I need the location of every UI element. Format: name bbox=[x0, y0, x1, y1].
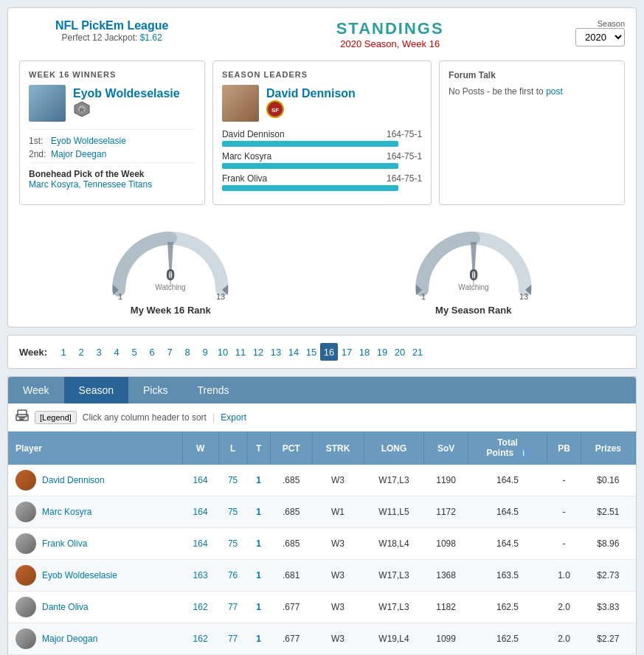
cell-l: 77 bbox=[218, 623, 247, 655]
cell-l: 75 bbox=[218, 496, 247, 528]
leader-bar bbox=[222, 163, 398, 169]
export-button[interactable]: Export bbox=[221, 412, 246, 423]
player-avatar bbox=[15, 533, 36, 554]
week-button-13[interactable]: 13 bbox=[267, 343, 285, 361]
player-name[interactable]: Frank Oliva bbox=[42, 538, 87, 549]
leader-row-name[interactable]: David Dennison bbox=[222, 129, 285, 139]
cell-pct: .685 bbox=[270, 465, 312, 496]
week-button-16[interactable]: 16 bbox=[320, 343, 338, 361]
week-button-3[interactable]: 3 bbox=[90, 343, 108, 361]
player-name[interactable]: Marc Kosyra bbox=[42, 507, 91, 517]
leader-team-logo: SF bbox=[266, 100, 356, 120]
leader-row-name[interactable]: Marc Kosyra bbox=[222, 151, 271, 162]
col-header-prizes[interactable]: Prizes bbox=[581, 432, 635, 465]
leader-bar bbox=[222, 141, 398, 147]
svg-text:1: 1 bbox=[421, 292, 426, 301]
cell-sov: 1182 bbox=[424, 592, 468, 623]
week-button-6[interactable]: 6 bbox=[143, 343, 161, 361]
player-cell: Dante Oliva bbox=[8, 592, 182, 623]
week-button-15[interactable]: 15 bbox=[302, 343, 320, 361]
cell-prizes: $3.83 bbox=[581, 592, 635, 623]
season-dropdown[interactable]: 2020 2019 2018 bbox=[575, 28, 625, 46]
cell-pb: 2.0 bbox=[547, 592, 581, 623]
col-header-t[interactable]: T bbox=[247, 432, 270, 465]
col-header-total-points[interactable]: TotalPoints i bbox=[468, 432, 547, 465]
week-button-20[interactable]: 20 bbox=[391, 343, 409, 361]
svg-text:0: 0 bbox=[469, 266, 478, 284]
jackpot-amount[interactable]: $1.62 bbox=[140, 32, 162, 43]
col-header-strk[interactable]: STRK bbox=[312, 432, 364, 465]
week-button-10[interactable]: 10 bbox=[214, 343, 232, 361]
week-button-17[interactable]: 17 bbox=[338, 343, 356, 361]
cell-sov: 1172 bbox=[424, 496, 468, 528]
week-button-12[interactable]: 12 bbox=[249, 343, 267, 361]
cell-long: W17,L3 bbox=[364, 465, 424, 496]
table-row: Major Deogan 162771.677W3W19,L41099162.5… bbox=[8, 623, 636, 655]
cell-pb: 1.0 bbox=[547, 560, 581, 592]
tab-trends[interactable]: Trends bbox=[182, 377, 243, 403]
week-button-7[interactable]: 7 bbox=[161, 343, 179, 361]
col-header-pb[interactable]: PB bbox=[547, 432, 581, 465]
player-cell: David Dennison bbox=[8, 465, 182, 496]
cell-long: W11,L5 bbox=[364, 496, 424, 528]
cell-t: 1 bbox=[247, 623, 270, 655]
svg-text:0: 0 bbox=[166, 266, 175, 284]
col-header-sov[interactable]: SoV bbox=[424, 432, 468, 465]
cell-pb: - bbox=[547, 528, 581, 560]
bonehead-team[interactable]: Tennessee Titans bbox=[83, 179, 152, 190]
bonehead-name[interactable]: Marc Kosyra bbox=[29, 179, 78, 190]
week-winners-card: WEEK 16 WINNERS Eyob Woldeselasie R bbox=[19, 60, 205, 205]
cell-strk: W3 bbox=[312, 592, 364, 623]
legend-button[interactable]: [Legend] bbox=[35, 411, 77, 424]
first-place-name[interactable]: Eyob Woldeselasie bbox=[51, 136, 126, 146]
player-cell: Eyob Woldeselasie bbox=[8, 560, 182, 592]
player-name[interactable]: Major Deogan bbox=[42, 634, 97, 644]
tab-season[interactable]: Season bbox=[64, 377, 128, 403]
week-button-18[interactable]: 18 bbox=[356, 343, 373, 361]
week-button-9[interactable]: 9 bbox=[196, 343, 214, 361]
col-header-long[interactable]: LONG bbox=[364, 432, 424, 465]
week-button-2[interactable]: 2 bbox=[72, 343, 90, 361]
season-leaders-title: SEASON LEADERS bbox=[222, 70, 422, 79]
leader-row-name[interactable]: Frank Oliva bbox=[222, 173, 267, 184]
leader-name[interactable]: David Dennison bbox=[266, 87, 356, 100]
week-button-21[interactable]: 21 bbox=[409, 343, 426, 361]
tabs-bar: WeekSeasonPicksTrends bbox=[8, 377, 636, 403]
week-button-19[interactable]: 19 bbox=[373, 343, 391, 361]
player-avatar bbox=[15, 628, 36, 649]
week-button-5[interactable]: 5 bbox=[125, 343, 143, 361]
col-header-w[interactable]: W bbox=[182, 432, 218, 465]
forum-title: Forum Talk bbox=[449, 70, 615, 80]
col-header-pct[interactable]: PCT bbox=[270, 432, 312, 465]
cell-pb: 2.0 bbox=[547, 623, 581, 655]
col-header-l[interactable]: L bbox=[218, 432, 247, 465]
cell-l: 75 bbox=[218, 465, 247, 496]
player-name[interactable]: Dante Oliva bbox=[42, 602, 89, 612]
week-button-4[interactable]: 4 bbox=[108, 343, 125, 361]
second-place-name[interactable]: Major Deegan bbox=[51, 149, 106, 159]
col-header-player[interactable]: Player bbox=[8, 432, 182, 465]
winner-name[interactable]: Eyob Woldeselasie bbox=[73, 87, 180, 100]
forum-card: Forum Talk No Posts - be the first to po… bbox=[439, 60, 625, 205]
week-button-8[interactable]: 8 bbox=[179, 343, 196, 361]
print-icon[interactable] bbox=[15, 409, 29, 425]
week-rank-gauge-svg: 0 Watching 1 13 bbox=[104, 220, 237, 301]
tab-week[interactable]: Week bbox=[8, 377, 64, 403]
cell-sov: 1099 bbox=[424, 623, 468, 655]
cell-pb: - bbox=[547, 496, 581, 528]
bonehead-pick[interactable]: Marc Kosyra, Tennessee Titans bbox=[29, 179, 195, 190]
cell-sov: 1368 bbox=[424, 560, 468, 592]
post-link[interactable]: post bbox=[546, 86, 563, 97]
player-name[interactable]: Eyob Woldeselasie bbox=[42, 570, 117, 581]
tab-picks[interactable]: Picks bbox=[128, 377, 182, 403]
week-button-14[interactable]: 14 bbox=[285, 343, 302, 361]
week-button-1[interactable]: 1 bbox=[55, 343, 72, 361]
gauges-row: 0 Watching 1 13 My Week 16 Rank 0 Watchi… bbox=[19, 220, 625, 316]
player-name[interactable]: David Dennison bbox=[42, 475, 105, 485]
cell-strk: W3 bbox=[312, 528, 364, 560]
week-rank-label: My Week 16 Rank bbox=[104, 305, 237, 316]
week-button-11[interactable]: 11 bbox=[232, 343, 249, 361]
total-points-info-icon[interactable]: i bbox=[519, 448, 529, 459]
week-buttons-container: 123456789101112131415161718192021 bbox=[55, 343, 426, 361]
top-card: NFL PickEm League Perfect 12 Jackpot: $1… bbox=[7, 7, 637, 328]
